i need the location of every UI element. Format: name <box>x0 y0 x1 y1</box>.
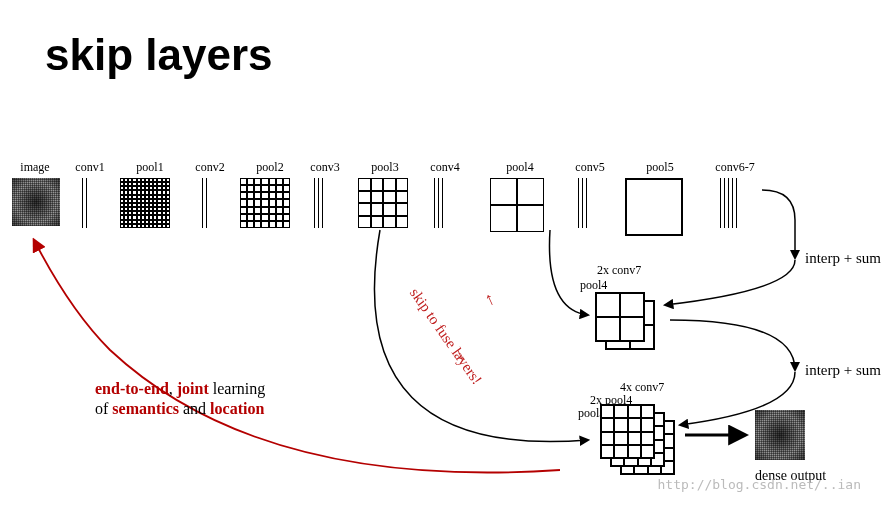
label-conv4: conv4 <box>430 160 459 175</box>
caption-line1: end-to-end, joint learning <box>95 380 265 398</box>
label-conv3: conv3 <box>310 160 339 175</box>
caption-comma: , <box>169 380 177 397</box>
fuse1-front <box>595 292 645 342</box>
fuse2-front <box>600 404 655 459</box>
interp-sum-2: interp + sum <box>805 362 881 379</box>
label-conv67: conv6-7 <box>715 160 754 175</box>
pool1-grid <box>120 178 170 228</box>
conv4-bars <box>434 178 443 228</box>
pool4-grid <box>490 178 544 232</box>
dense-output-icon <box>755 410 805 460</box>
label-pool1: pool1 <box>136 160 163 175</box>
caption-joint: joint <box>177 380 209 397</box>
conv3-bars <box>314 178 323 228</box>
pool2-grid <box>240 178 290 228</box>
label-conv2: conv2 <box>195 160 224 175</box>
conv67-bars <box>720 178 737 228</box>
label-pool3: pool3 <box>371 160 398 175</box>
pool3-grid <box>358 178 408 228</box>
label-pool2: pool2 <box>256 160 283 175</box>
caption-e2e: end-to-end <box>95 380 169 397</box>
label-image: image <box>20 160 49 175</box>
fuse-arrow-up-icon: ↑ <box>482 289 498 309</box>
label-conv1: conv1 <box>75 160 104 175</box>
conv2-bars <box>202 178 207 228</box>
skip-fuse-text: skip to fuse layers! <box>406 285 485 388</box>
interp-sum-1: interp + sum <box>805 250 881 267</box>
pool5-box <box>625 178 683 236</box>
label-pool5: pool5 <box>646 160 673 175</box>
conv1-bars <box>82 178 87 228</box>
caption-semantics: semantics <box>112 400 179 417</box>
caption-learning: learning <box>209 380 265 397</box>
conv5-bars <box>578 178 587 228</box>
label-pool4: pool4 <box>506 160 533 175</box>
label-conv5: conv5 <box>575 160 604 175</box>
watermark: http://blog.csdn.net/..ian <box>658 477 862 492</box>
caption-location: location <box>210 400 264 417</box>
caption-line2: of semantics and location <box>95 400 264 418</box>
slide-title: skip layers <box>45 30 273 80</box>
fuse1-bottom-label: pool4 <box>580 278 607 293</box>
input-image-icon <box>12 178 60 226</box>
caption-and: and <box>179 400 210 417</box>
fuse1-top-label: 2x conv7 <box>597 263 641 278</box>
caption-of: of <box>95 400 112 417</box>
